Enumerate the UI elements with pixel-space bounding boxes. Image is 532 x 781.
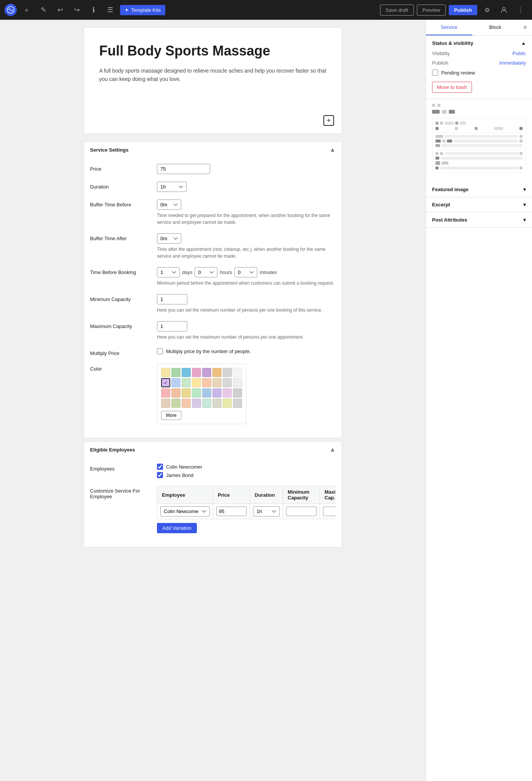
min-capacity-row: Minimum Capacity Here you can set the mi… bbox=[90, 294, 336, 314]
employee1-checkbox[interactable] bbox=[157, 464, 163, 470]
color-swatch-31[interactable] bbox=[223, 399, 232, 408]
color-swatch-10[interactable] bbox=[171, 378, 180, 387]
color-swatch-27[interactable] bbox=[182, 399, 191, 408]
time-before-days-select[interactable]: 1 2 3 bbox=[157, 267, 180, 277]
buffer-before-select[interactable]: 0m 5m 10m 15m 30m bbox=[157, 200, 181, 210]
row-max-capacity-input[interactable] bbox=[323, 507, 336, 516]
duration-select[interactable]: 30m 45m 1h 1h30m 2h bbox=[157, 182, 187, 192]
undo-btn[interactable]: ↩ bbox=[53, 3, 67, 17]
color-swatch-23[interactable] bbox=[223, 388, 232, 398]
color-swatch-21[interactable] bbox=[202, 388, 211, 398]
color-swatch-20[interactable] bbox=[192, 388, 201, 398]
color-swatch-30[interactable] bbox=[212, 399, 222, 408]
tab-block[interactable]: Block bbox=[472, 20, 519, 35]
redo-btn[interactable]: ↪ bbox=[70, 3, 84, 17]
save-draft-btn[interactable]: Save draft bbox=[380, 5, 414, 16]
minutes-label: minutes bbox=[260, 269, 277, 275]
multiply-price-checkbox[interactable] bbox=[157, 348, 163, 354]
more-options-btn[interactable]: ⋮ bbox=[514, 3, 527, 17]
color-swatch-25[interactable] bbox=[161, 399, 170, 408]
multiply-price-checkbox-label[interactable]: Multiply price by the number of people. bbox=[157, 348, 336, 354]
add-block-toolbar-btn[interactable]: ＋ bbox=[20, 3, 33, 17]
min-capacity-input[interactable] bbox=[157, 294, 187, 304]
color-swatch-7[interactable] bbox=[223, 368, 232, 377]
max-capacity-input[interactable] bbox=[157, 321, 187, 331]
customize-service-table: Employee Price Duration Minimum Capacity… bbox=[157, 486, 336, 519]
status-visibility-header[interactable]: Status & visibility ▲ bbox=[426, 36, 532, 51]
service-settings-body: Price Duration 30m 45m 1h 1h30m 2 bbox=[84, 158, 342, 438]
publish-btn[interactable]: Publish bbox=[449, 5, 477, 15]
service-settings-header[interactable]: Service Settings ▲ bbox=[84, 142, 342, 158]
time-before-hours-select[interactable]: 0 1 2 bbox=[195, 267, 217, 277]
excerpt-header[interactable]: Excerpt ▾ bbox=[426, 197, 532, 212]
color-more-btn[interactable]: More bbox=[161, 411, 181, 420]
move-to-trash-btn[interactable]: Move to trash bbox=[432, 82, 472, 93]
row-price-input[interactable] bbox=[216, 507, 247, 516]
color-swatch-29[interactable] bbox=[202, 399, 211, 408]
color-swatch-14[interactable] bbox=[212, 378, 222, 387]
color-swatch-9[interactable]: ✓ bbox=[161, 378, 170, 387]
template-kits-icon: ✦ bbox=[125, 7, 129, 13]
price-input[interactable] bbox=[157, 164, 210, 174]
row-min-capacity-input[interactable] bbox=[286, 507, 317, 516]
color-swatch-32[interactable] bbox=[233, 399, 242, 408]
color-swatch-11[interactable] bbox=[182, 378, 191, 387]
color-swatch-8[interactable] bbox=[233, 368, 242, 377]
sidebar-tabs-row: Service Block × bbox=[426, 20, 532, 36]
row-employee-select[interactable]: Colin Newcomer James Bond bbox=[160, 506, 210, 516]
price-control bbox=[157, 164, 336, 174]
eligible-employees-chevron: ▲ bbox=[329, 446, 336, 453]
color-swatch-6[interactable] bbox=[212, 368, 222, 377]
publish-row: Publish Immediately bbox=[432, 60, 526, 66]
color-swatch-28[interactable] bbox=[192, 399, 201, 408]
publish-timing-label: Publish bbox=[432, 60, 448, 66]
visibility-value[interactable]: Public bbox=[513, 51, 526, 56]
wp-logo[interactable] bbox=[5, 4, 17, 16]
color-swatch-3[interactable] bbox=[182, 368, 191, 377]
edit-btn[interactable]: ✎ bbox=[36, 3, 50, 17]
time-before-label: Time Before Booking bbox=[90, 267, 151, 275]
template-kits-btn[interactable]: ✦ Template Kits bbox=[120, 5, 165, 15]
info-btn[interactable]: ℹ bbox=[87, 3, 100, 17]
user-btn[interactable] bbox=[497, 3, 511, 17]
pending-review-checkbox[interactable] bbox=[432, 70, 438, 76]
color-swatch-19[interactable] bbox=[182, 388, 191, 398]
color-swatch-18[interactable] bbox=[171, 388, 180, 398]
employee2-checkbox-label[interactable]: James Bond bbox=[157, 472, 336, 478]
color-swatch-15[interactable] bbox=[223, 378, 232, 387]
color-swatch-2[interactable] bbox=[171, 368, 180, 377]
color-swatch-17[interactable] bbox=[161, 388, 170, 398]
settings-btn[interactable]: ⚙ bbox=[480, 3, 494, 17]
color-swatch-13[interactable] bbox=[202, 378, 211, 387]
color-swatch-16[interactable] bbox=[233, 378, 242, 387]
post-attributes-header[interactable]: Post Attributes ▾ bbox=[426, 212, 532, 227]
sidebar-close-btn[interactable]: × bbox=[518, 21, 532, 35]
time-before-minutes-select[interactable]: 0 15 30 bbox=[234, 267, 257, 277]
add-variation-btn[interactable]: Add Variation bbox=[157, 523, 197, 533]
color-swatch-5[interactable] bbox=[202, 368, 211, 377]
buffer-after-select[interactable]: 0m 5m 10m 15m 30m bbox=[157, 233, 181, 244]
post-title[interactable]: Full Body Sports Massage bbox=[99, 43, 326, 59]
color-swatch-4[interactable] bbox=[192, 368, 201, 377]
row-duration-select[interactable]: 30m 45m 1h 1h30m bbox=[253, 506, 280, 516]
visibility-row: Visibility Public bbox=[432, 51, 526, 56]
tab-service[interactable]: Service bbox=[426, 20, 472, 35]
excerpt-title: Excerpt bbox=[432, 202, 450, 208]
add-block-btn[interactable]: + bbox=[323, 115, 334, 126]
color-swatch-24[interactable] bbox=[233, 388, 242, 398]
color-swatch-22[interactable] bbox=[212, 388, 222, 398]
employee1-checkbox-label[interactable]: Colin Newcomer bbox=[157, 464, 336, 470]
color-swatch-26[interactable] bbox=[171, 399, 180, 408]
employee2-checkbox[interactable] bbox=[157, 472, 163, 478]
eligible-employees-header[interactable]: Eligible Employees ▲ bbox=[84, 442, 342, 458]
sidebar-preview-area bbox=[426, 99, 532, 182]
list-view-btn[interactable]: ☰ bbox=[103, 3, 117, 17]
publish-timing-value[interactable]: Immediately bbox=[499, 60, 526, 66]
time-before-help: Minimum period before the appointment wh… bbox=[157, 280, 336, 287]
preview-btn[interactable]: Preview bbox=[417, 5, 446, 16]
eligible-employees-title: Eligible Employees bbox=[90, 447, 135, 453]
color-swatch-12[interactable] bbox=[192, 378, 201, 387]
color-swatch-1[interactable] bbox=[161, 368, 170, 377]
featured-image-header[interactable]: Featured image ▾ bbox=[426, 182, 532, 197]
multiply-price-checkbox-text: Multiply price by the number of people. bbox=[166, 349, 251, 354]
